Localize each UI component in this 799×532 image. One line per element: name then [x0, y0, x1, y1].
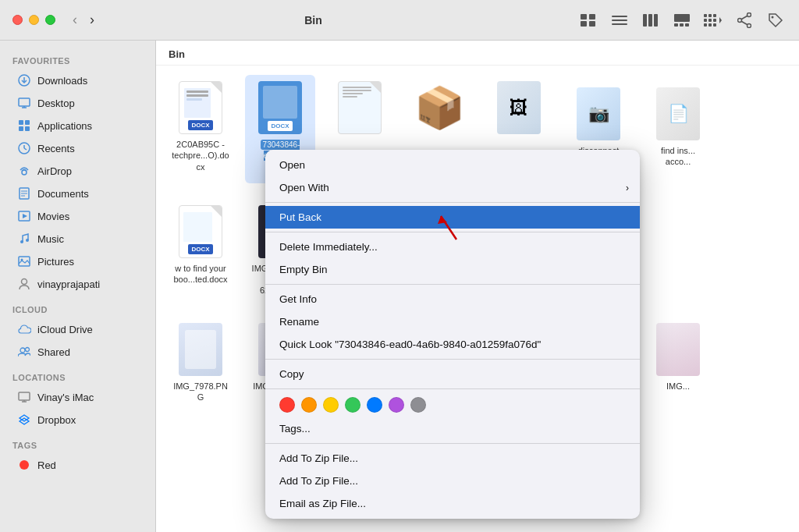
svg-rect-14: [704, 14, 707, 17]
menu-item-open-with[interactable]: Open With ›: [265, 176, 640, 199]
sidebar-item-dropbox[interactable]: Dropbox: [5, 409, 151, 431]
menu-item-delete-immediately[interactable]: Delete Immediately...: [265, 236, 640, 258]
menu-item-tags[interactable]: Tags...: [265, 417, 640, 440]
music-icon: [17, 232, 31, 246]
tag-color-green[interactable]: [345, 397, 360, 413]
sidebar-item-label: Applications: [37, 120, 92, 132]
menu-item-copy[interactable]: Copy: [265, 363, 640, 385]
menu-item-empty-bin[interactable]: Empty Bin: [265, 258, 640, 281]
tag-color-purple[interactable]: [389, 397, 404, 413]
sidebar-item-icloud-drive[interactable]: iCloud Drive: [5, 318, 151, 340]
sidebar-section-favourites: Favourites: [0, 47, 155, 69]
menu-item-quick-look[interactable]: Quick Look "73043846-ead0-4a6b-9840-a012…: [265, 333, 640, 356]
svg-rect-11: [674, 23, 678, 27]
color-tags-row: [265, 392, 640, 417]
svg-rect-9: [654, 14, 658, 27]
svg-point-26: [748, 23, 751, 27]
svg-rect-21: [708, 23, 712, 27]
sidebar-item-applications[interactable]: Applications: [5, 115, 151, 137]
svg-rect-16: [713, 14, 716, 17]
svg-rect-22: [713, 23, 716, 27]
menu-separator: [265, 443, 640, 444]
pictures-icon: [17, 254, 31, 268]
svg-point-24: [748, 12, 751, 16]
context-menu-overlay[interactable]: Open Open With › Put Back Delete Immedia…: [156, 41, 799, 532]
tag-color-orange[interactable]: [301, 397, 317, 413]
sidebar-item-shared[interactable]: Shared: [5, 341, 151, 363]
svg-point-55: [26, 348, 30, 352]
svg-point-61: [20, 460, 29, 470]
menu-item-put-back[interactable]: Put Back: [265, 206, 640, 229]
sidebar-item-documents[interactable]: Documents: [5, 183, 151, 204]
sidebar-item-label: vinayprajapati: [37, 278, 100, 290]
sidebar-item-downloads[interactable]: Downloads: [5, 69, 151, 91]
icon-view-button[interactable]: [577, 12, 599, 29]
sidebar-item-label: Dropbox: [37, 414, 76, 426]
svg-marker-23: [719, 17, 722, 23]
menu-separator: [265, 232, 640, 232]
recents-icon: [17, 141, 31, 155]
share-button[interactable]: [733, 12, 755, 29]
svg-point-50: [26, 239, 29, 242]
tag-color-gray[interactable]: [410, 397, 426, 413]
svg-rect-18: [708, 19, 712, 22]
sidebar-item-label: AirDrop: [37, 165, 72, 177]
applications-icon: [17, 119, 31, 133]
svg-rect-13: [685, 23, 689, 27]
icloud-icon: [17, 322, 31, 336]
sidebar-item-airdrop[interactable]: AirDrop: [5, 160, 151, 182]
svg-rect-56: [19, 392, 30, 400]
minimize-button[interactable]: [29, 15, 39, 25]
sidebar-item-music[interactable]: Music: [5, 228, 151, 250]
menu-item-set-desktop[interactable]: Email as Zip File...: [265, 492, 640, 515]
svg-rect-6: [612, 23, 627, 25]
list-view-button[interactable]: [609, 12, 630, 29]
menu-item-email-as-zip[interactable]: Add To Zip File...: [265, 470, 640, 492]
tag-color-yellow[interactable]: [323, 397, 339, 413]
sidebar-item-movies[interactable]: Movies: [5, 205, 151, 227]
sidebar-item-vinays-imac[interactable]: Vinay's iMac: [5, 386, 151, 408]
menu-item-add-to-zip[interactable]: Add To Zip File...: [265, 447, 640, 470]
sidebar-item-label: Vinay's iMac: [37, 392, 94, 403]
sidebar: Favourites Downloads Desktop Application…: [0, 41, 156, 532]
dropbox-icon: [17, 413, 31, 427]
sidebar-item-red-tag[interactable]: Red: [5, 454, 151, 476]
svg-line-41: [24, 148, 27, 150]
svg-line-27: [742, 16, 748, 19]
sidebar-item-user[interactable]: vinayprajapati: [5, 273, 151, 295]
svg-rect-38: [25, 126, 30, 131]
gallery-view-button[interactable]: [671, 12, 693, 29]
sidebar-item-label: iCloud Drive: [37, 324, 93, 335]
svg-rect-1: [589, 14, 595, 20]
user-icon: [17, 277, 31, 291]
toolbar-icons: [577, 12, 787, 29]
movies-icon: [17, 209, 31, 223]
red-tag-icon: [17, 458, 31, 472]
sidebar-item-label: Music: [37, 233, 64, 245]
sidebar-item-label: Recents: [37, 143, 75, 154]
svg-rect-2: [581, 21, 587, 27]
svg-rect-17: [704, 19, 707, 22]
sidebar-item-pictures[interactable]: Pictures: [5, 250, 151, 272]
sort-button[interactable]: [702, 12, 724, 29]
svg-rect-36: [25, 120, 30, 125]
svg-rect-19: [713, 19, 716, 22]
tag-color-blue[interactable]: [367, 397, 382, 413]
tag-button[interactable]: [765, 12, 787, 29]
tag-color-red[interactable]: [279, 397, 295, 413]
sidebar-item-label: Shared: [37, 346, 70, 358]
title-bar: ‹ › Bin: [0, 0, 799, 41]
airdrop-icon: [17, 164, 31, 178]
documents-icon: [17, 186, 31, 200]
sidebar-item-desktop[interactable]: Desktop: [5, 92, 151, 114]
column-view-button[interactable]: [640, 12, 662, 29]
close-button[interactable]: [12, 15, 23, 25]
svg-point-53: [22, 279, 27, 285]
sidebar-section-locations: Locations: [0, 364, 155, 385]
menu-item-open[interactable]: Open: [265, 154, 640, 176]
sidebar-item-recents[interactable]: Recents: [5, 137, 151, 159]
menu-item-get-info[interactable]: Get Info: [265, 288, 640, 310]
sidebar-item-label: Red: [37, 459, 56, 471]
menu-item-rename[interactable]: Rename: [265, 310, 640, 333]
svg-rect-32: [19, 98, 30, 106]
